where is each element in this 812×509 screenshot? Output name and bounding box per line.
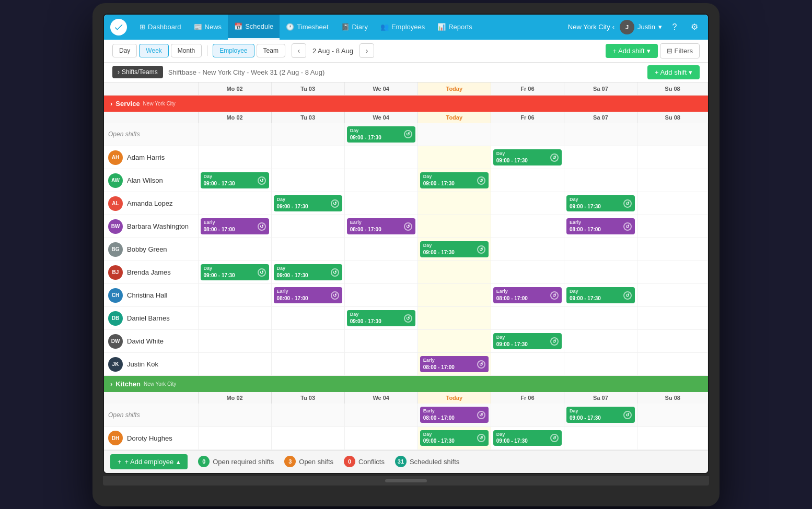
add-shift-button[interactable]: + Add shift ▾ bbox=[606, 44, 658, 58]
shift-badge[interactable]: Day09:00 - 17:30 ↺ bbox=[493, 149, 562, 165]
bobby-fr06 bbox=[491, 238, 564, 261]
nav-dashboard[interactable]: ⊞ Dashboard bbox=[133, 15, 188, 40]
barbara-mo02[interactable]: Early08:00 - 17:00 ↺ bbox=[198, 215, 271, 238]
kitch-open-su08 bbox=[637, 404, 707, 427]
shift-badge[interactable]: Early08:00 - 17:00 ↺ bbox=[274, 287, 342, 303]
prev-week-button[interactable]: ‹ bbox=[292, 43, 306, 58]
alan-today[interactable]: Day09:00 - 17:30 ↺ bbox=[417, 169, 491, 192]
open-shift-we04[interactable]: Day09:00 - 17:30 ↺ bbox=[344, 123, 417, 146]
christina-tu03[interactable]: Early08:00 - 17:00 ↺ bbox=[271, 284, 344, 307]
kitchen-emp-col bbox=[104, 392, 198, 404]
bobby-today[interactable]: Day09:00 - 17:30 ↺ bbox=[417, 238, 491, 261]
barbara-sa07[interactable]: Early08:00 - 17:00 ↺ bbox=[564, 215, 637, 238]
shift-badge[interactable]: Early08:00 - 17:00 ↺ bbox=[493, 287, 562, 303]
shift-refresh-icon: ↺ bbox=[404, 314, 412, 323]
shift-badge[interactable]: Day09:00 - 17:30 ↺ bbox=[347, 310, 415, 326]
shift-badge[interactable]: Day09:00 - 17:30 ↺ bbox=[420, 172, 489, 188]
shift-badge[interactable]: Early08:00 - 17:00 ↺ bbox=[566, 218, 635, 234]
kitchen-open-shifts-row: Open shifts Early08:00 - 17:00 ↺ bbox=[104, 404, 708, 427]
justin-su08 bbox=[637, 353, 707, 376]
nav-reports-label: Reports bbox=[448, 23, 472, 31]
location-selector[interactable]: New York City ‹ bbox=[568, 23, 614, 31]
employee-cell: DH Doroty Hughes bbox=[108, 431, 194, 445]
shift-badge[interactable]: Day09:00 - 17:30 ↺ bbox=[566, 287, 635, 303]
nav-diary[interactable]: 📓 Diary bbox=[335, 15, 374, 40]
amanda-tu03[interactable]: Day09:00 - 17:30 ↺ bbox=[271, 192, 344, 215]
shift-badge[interactable]: Day09:00 - 17:30 ↺ bbox=[274, 195, 342, 211]
christina-sa07[interactable]: Day09:00 - 17:30 ↺ bbox=[564, 284, 637, 307]
amanda-sa07[interactable]: Day09:00 - 17:30 ↺ bbox=[564, 192, 637, 215]
stat-count: 0 bbox=[348, 458, 351, 465]
nav-timesheet[interactable]: 🕐 Timesheet bbox=[280, 15, 334, 40]
logo[interactable] bbox=[110, 19, 127, 35]
user-menu[interactable]: J Justin ▾ bbox=[620, 20, 662, 34]
nav-schedule[interactable]: 📅 Schedule bbox=[228, 15, 280, 40]
shift-time: Early08:00 - 17:00 bbox=[277, 289, 308, 302]
view-week-button[interactable]: Week bbox=[139, 44, 168, 57]
shifts-teams-toggle[interactable]: › Shifts/Teams bbox=[112, 66, 163, 78]
grid-icon: ⊞ bbox=[140, 23, 145, 31]
shift-badge[interactable]: Day09:00 - 17:30 ↺ bbox=[274, 264, 342, 280]
shift-badge[interactable]: Day09:00 - 17:30 ↺ bbox=[420, 430, 489, 446]
shift-badge[interactable]: Early08:00 - 17:00 ↺ bbox=[420, 407, 489, 423]
shift-refresh-icon: ↺ bbox=[477, 434, 485, 442]
christina-fr06[interactable]: Early08:00 - 17:00 ↺ bbox=[491, 284, 564, 307]
stat-badge-scheduled: 31 bbox=[395, 456, 407, 467]
barbara-we04[interactable]: Early08:00 - 17:00 ↺ bbox=[344, 215, 417, 238]
shift-badge[interactable]: Day09:00 - 17:30 ↺ bbox=[493, 333, 562, 349]
service-location: New York City bbox=[143, 101, 176, 106]
david-fr06[interactable]: Day09:00 - 17:30 ↺ bbox=[491, 330, 564, 353]
shift-badge[interactable]: Early08:00 - 17:00 ↺ bbox=[201, 218, 269, 234]
christina-mo02 bbox=[198, 284, 271, 307]
shift-badge[interactable]: Day09:00 - 17:30 ↺ bbox=[201, 172, 269, 188]
bobby-we04 bbox=[344, 238, 417, 261]
brenda-tu03[interactable]: Day09:00 - 17:30 ↺ bbox=[271, 261, 344, 284]
daniel-we04[interactable]: Day09:00 - 17:30 ↺ bbox=[344, 307, 417, 330]
chevron-down-icon: ▾ bbox=[658, 23, 662, 31]
stat-badge-open-required: 0 bbox=[198, 456, 210, 467]
shift-badge[interactable]: Day09:00 - 17:30 ↺ bbox=[347, 126, 415, 143]
view-employee-button[interactable]: Employee bbox=[213, 44, 254, 57]
kitch-open-sa07[interactable]: Day09:00 - 17:30 ↺ bbox=[564, 404, 637, 427]
shift-badge[interactable]: Day09:00 - 17:30 ↺ bbox=[420, 241, 489, 257]
employee-cell: BG Bobby Green bbox=[108, 242, 194, 257]
doroty-today[interactable]: Day09:00 - 17:30 ↺ bbox=[417, 427, 491, 449]
next-week-button[interactable]: › bbox=[359, 43, 374, 58]
location-text: New York City bbox=[568, 23, 610, 31]
help-button[interactable]: ? bbox=[667, 20, 682, 34]
shift-badge[interactable]: Day09:00 - 17:30 ↺ bbox=[201, 264, 269, 280]
alan-we04 bbox=[344, 169, 417, 192]
filters-button[interactable]: ⊟ Filters bbox=[660, 43, 700, 58]
row-daniel-barnes: DB Daniel Barnes Day09:00 - 17:30 ↺ bbox=[104, 307, 708, 330]
shift-badge[interactable]: Day09:00 - 17:30 ↺ bbox=[493, 430, 562, 446]
brenda-mo02[interactable]: Day09:00 - 17:30 ↺ bbox=[198, 261, 271, 284]
view-team-button[interactable]: Team bbox=[257, 44, 285, 57]
settings-button[interactable]: ⚙ bbox=[687, 20, 702, 34]
view-day-button[interactable]: Day bbox=[112, 44, 137, 57]
kitch-open-today[interactable]: Early08:00 - 17:00 ↺ bbox=[417, 404, 491, 427]
col-header-we04: We 04 bbox=[344, 82, 417, 96]
shift-badge[interactable]: Early08:00 - 17:00 ↺ bbox=[347, 218, 415, 234]
nav-news[interactable]: 📰 News bbox=[188, 15, 228, 40]
schedule-table: Mo 02 Tu 03 We 04 Today Fr 06 Sa 07 Su 0… bbox=[104, 82, 708, 450]
emp-name: Christina Hall bbox=[127, 291, 167, 299]
shift-time: Day09:00 - 17:30 bbox=[350, 312, 381, 325]
alan-mo02[interactable]: Day09:00 - 17:30 ↺ bbox=[198, 169, 271, 192]
view-month-button[interactable]: Month bbox=[171, 44, 202, 57]
nav-reports[interactable]: 📊 Reports bbox=[431, 15, 479, 40]
service-section-header: › Service New York City bbox=[104, 95, 708, 112]
justin-today[interactable]: Early08:00 - 17:00 ↺ bbox=[417, 353, 491, 376]
book-icon: 📓 bbox=[341, 23, 350, 31]
shift-badge[interactable]: Day09:00 - 17:30 ↺ bbox=[566, 407, 635, 423]
emp-name: Daniel Barnes bbox=[127, 314, 170, 322]
add-employee-button[interactable]: + + Add employee ▴ bbox=[110, 454, 188, 469]
nav-bar: ⊞ Dashboard 📰 News 📅 Schedule 🕐 Timeshee… bbox=[104, 15, 708, 40]
adam-today bbox=[417, 146, 491, 169]
doroty-fr06[interactable]: Day09:00 - 17:30 ↺ bbox=[491, 427, 564, 449]
shift-badge[interactable]: Early08:00 - 17:00 ↺ bbox=[420, 356, 489, 372]
adam-fr06[interactable]: Day09:00 - 17:30 ↺ bbox=[491, 146, 564, 169]
shift-badge[interactable]: Day09:00 - 17:30 ↺ bbox=[566, 195, 635, 211]
svc-col-today: Today bbox=[417, 112, 491, 123]
nav-employees[interactable]: 👥 Employees bbox=[374, 15, 431, 40]
breadcrumb-add-shift-button[interactable]: + Add shift ▾ bbox=[647, 65, 700, 79]
